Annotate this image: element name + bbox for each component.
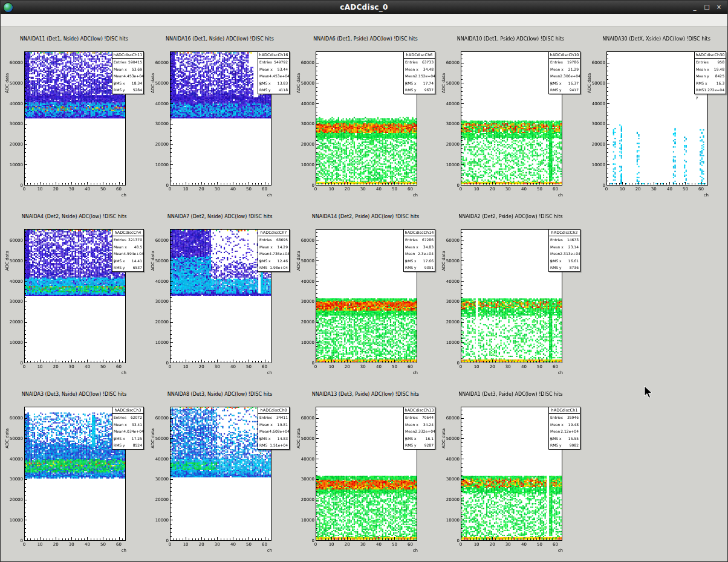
histogram-pad[interactable]: NNAIDA4 (Det2, Nside) ADC(low) !DISC hit… — [1, 205, 147, 383]
stat-label: Entries — [405, 414, 418, 421]
stats-title: hADCdiscCh1 — [549, 407, 580, 414]
toolbar-strip — [1, 14, 727, 27]
stats-title: hADCdiscCh14 — [404, 230, 435, 236]
stat-label: RMS x — [696, 80, 707, 87]
window-icon[interactable] — [4, 3, 13, 12]
stats-row: RMS y9287 — [404, 442, 435, 449]
histogram-pad[interactable]: NNAIDA14 (Det2, Pside) ADC(low) !DISC hi… — [293, 205, 438, 383]
stat-value: 590415 — [128, 59, 142, 66]
histogram-pad[interactable]: NNAIDA1 (Det3, Pside) ADC(low) !DISC hit… — [438, 383, 583, 561]
stat-value: 17.74 — [423, 80, 434, 87]
stat-label: RMS y — [550, 442, 562, 449]
close-button[interactable]: × — [714, 3, 724, 11]
stat-value: 15.55 — [568, 435, 579, 442]
stat-label: RMS y — [259, 442, 270, 449]
stats-title: hADCdiscCh30 — [695, 52, 726, 59]
stats-row: Mean y4.453e+04 — [112, 73, 143, 80]
stats-row: RMS x12.46 — [258, 257, 289, 265]
stats-box[interactable]: hADCdiscCh3 Entries62072Mean x33.41Mean … — [112, 407, 144, 450]
stat-value: 62072 — [131, 414, 142, 421]
stats-row: Mean y4.736e+04 — [258, 250, 289, 257]
stat-value: 67286 — [422, 236, 434, 244]
stat-value: 1.98e+04 — [270, 264, 288, 271]
stat-label: Entries — [550, 236, 563, 244]
window-titlebar[interactable]: cADCdisc_0 _ □ × — [1, 1, 727, 14]
stats-row: Mean y4.594e+04 — [112, 250, 143, 257]
stats-row: RMS x18.34 — [112, 80, 143, 87]
maximize-button[interactable]: □ — [702, 3, 712, 11]
stat-value: 4.034e+04 — [123, 428, 144, 435]
stats-row: Entries34411 — [258, 414, 289, 421]
stat-label: RMS x — [259, 80, 271, 87]
stat-label: Mean y — [550, 428, 561, 435]
stats-row: Mean x19.81 — [258, 421, 289, 428]
stat-value: 19.48 — [568, 421, 579, 428]
stats-row: Mean x34.24 — [404, 421, 435, 428]
stats-row: RMS y8524 — [112, 442, 143, 449]
mouse-cursor — [644, 386, 653, 399]
window-title: cADCdisc_0 — [1, 3, 727, 11]
stats-title: hADCdiscCh2 — [549, 230, 580, 236]
stat-value: 4.608e+04 — [269, 428, 290, 435]
stats-box[interactable]: hADCdiscCh1 Entries35946Mean x19.48Mean … — [548, 407, 580, 450]
stat-value: 2.152e+04 — [415, 73, 435, 80]
stats-box[interactable]: hADCdiscCh7 Entries68695Mean x14.29Mean … — [258, 229, 290, 272]
histogram-pad[interactable]: NNAIDA30 (DetX, Xside) ADC(low) !DISC hi… — [583, 28, 728, 205]
stat-label: Mean y — [114, 428, 123, 435]
stat-value: 2.306e+04 — [560, 73, 580, 80]
stat-label: Mean x — [550, 421, 564, 428]
stats-box[interactable]: hADCdiscCh10 Entries19786Mean x21.29Mean… — [548, 51, 580, 94]
histogram-pad[interactable]: NNAIDA7 (Det2, Nside) ADC(low) !DISC hit… — [147, 205, 293, 383]
stats-rows: Entries549792Mean x53.44Mean y4.453e+04R… — [258, 59, 289, 94]
stat-value: 34411 — [276, 414, 288, 421]
stats-row: Entries68695 — [258, 236, 289, 244]
histogram-pad[interactable]: NNAIDA16 (Det1, Nside) ADC(low) !DISC hi… — [147, 28, 293, 205]
histogram-pad[interactable]: NNAIDA2 (Det2, Pside) ADC(low) !DISC hit… — [438, 205, 583, 383]
stat-value: 4.594e+04 — [123, 250, 144, 257]
stats-box[interactable]: hADCdiscCh4 Entries321370Mean x48.5Mean … — [112, 229, 144, 272]
stats-box[interactable]: hADCdiscCh16 Entries549792Mean x53.44Mea… — [258, 51, 290, 94]
stats-box[interactable]: hADCdiscCh8 Entries34411Mean x19.81Mean … — [258, 407, 290, 450]
stats-row: RMS y5284 — [112, 86, 143, 94]
histogram-pad[interactable]: NNAIDA3 (Det3, Nside) ADC(low) !DISC hit… — [1, 383, 147, 561]
stat-value: 1.272e+04 — [704, 86, 724, 94]
stat-value: 17.25 — [132, 435, 142, 442]
stat-label: Mean y — [550, 250, 560, 257]
stat-value: 9287 — [424, 442, 434, 449]
histogram-pad[interactable]: NNAIDA11 (Det1, Nside) ADC(low) !DISC hi… — [1, 28, 147, 205]
histogram-pad[interactable]: NNAIDA6 (Det1, Pside) ADC(low) !DISC hit… — [293, 28, 438, 205]
stats-rows: Entries590415Mean x53.69Mean y4.453e+04R… — [112, 59, 143, 94]
stats-box[interactable]: hADCdiscCh30 Entries958Mean x19.48Mean y… — [694, 51, 726, 94]
stats-row: Mean y4.034e+04 — [112, 428, 143, 435]
stats-row: RMS x14.41 — [112, 257, 143, 265]
stat-label: RMS y — [696, 86, 704, 94]
stats-box[interactable]: hADCdiscCh6 Entries63733Mean x34.48Mean … — [403, 51, 435, 94]
stat-label: RMS x — [405, 80, 417, 87]
stats-box[interactable]: hADCdiscCh2 Entries14673Mean x23.14Mean … — [548, 229, 580, 272]
stat-label: RMS x — [405, 257, 417, 265]
stats-rows: Entries34411Mean x19.81Mean y4.608e+04RM… — [258, 414, 289, 449]
histogram-pad[interactable]: NNAIDA10 (Det1, Pside) ADC(low) !DISC hi… — [438, 28, 583, 205]
stat-value: 18.34 — [132, 80, 142, 87]
stats-row: RMS y1.98e+04 — [258, 264, 289, 271]
stat-label: Mean x — [114, 66, 127, 73]
stat-value: 23.14 — [568, 244, 579, 251]
stats-row: Entries549792 — [258, 59, 289, 66]
minimize-button[interactable]: _ — [690, 3, 700, 11]
stats-box[interactable]: hADCdiscCh14 Entries67286Mean x34.83Mean… — [403, 229, 435, 272]
stats-row: Mean x21.29 — [549, 66, 580, 73]
stats-rows: Entries68695Mean x14.29Mean y4.736e+04RM… — [258, 236, 289, 271]
stats-box[interactable]: hADCdiscCh13 Entries70644Mean x34.24Mean… — [403, 407, 435, 450]
stats-box[interactable]: hADCdiscCh11 Entries590415Mean x53.69Mea… — [112, 51, 144, 94]
histogram-pad[interactable]: NNAIDA8 (Det3, Nside) ADC(low) !DISC hit… — [147, 383, 293, 561]
root-canvas-area[interactable]: NNAIDA11 (Det1, Nside) ADC(low) !DISC hi… — [1, 27, 727, 561]
stats-row: RMS x16.61 — [549, 257, 580, 265]
histogram-pad[interactable]: NNAIDA13 (Det3, Pside) ADC(low) !DISC hi… — [293, 383, 438, 561]
stat-label: Entries — [114, 59, 126, 66]
stat-value: 1.51e+04 — [270, 442, 288, 449]
stat-label: Mean y — [114, 73, 123, 80]
stats-row: RMS y9417 — [549, 86, 580, 94]
stat-value: 16.3 — [717, 80, 724, 87]
stat-value: 19.48 — [714, 66, 724, 73]
stats-row: Entries62072 — [112, 414, 143, 421]
